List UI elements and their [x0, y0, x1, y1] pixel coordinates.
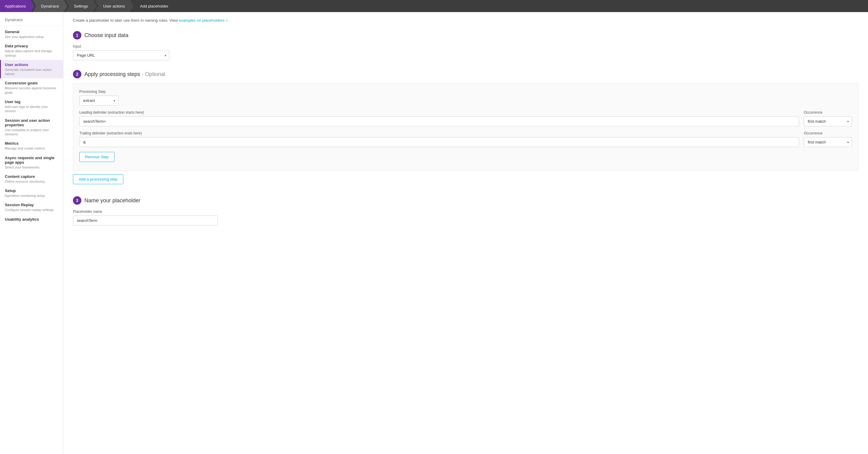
sidebar-item-data-privacy-title: Data privacy — [5, 44, 58, 48]
input-select[interactable]: Page URL Page Title Query Parameter CSS … — [73, 50, 169, 60]
sidebar-item-session-replay[interactable]: Session Replay Configure session replay … — [0, 200, 63, 214]
step2-optional: - Optional — [142, 71, 165, 77]
step2-header: 2 Apply processing steps - Optional — [73, 70, 858, 79]
leading-occurrence-select[interactable]: first match last match — [804, 116, 852, 126]
sidebar-item-user-tag-title: User tag — [5, 99, 58, 104]
top-navigation: Applications Dynatrace Settings User act… — [0, 0, 868, 12]
trailing-delimiter-field: Trailing delimiter (extraction ends here… — [79, 131, 799, 147]
sidebar-item-session-properties-title: Session and user action properties — [5, 118, 58, 127]
processing-step-select-wrapper: extract replace trim substring lowercase… — [79, 96, 119, 105]
nav-dynatrace-label: Dynatrace — [41, 4, 59, 8]
sidebar-item-conversion-goals-desc: Measure success against business goals — [5, 86, 58, 95]
external-link-icon: ➚ — [225, 19, 228, 22]
leading-occurrence-select-wrapper: first match last match ▾ — [804, 116, 852, 126]
leading-delimiter-field: Leading delimiter (extraction starts her… — [79, 110, 799, 126]
sidebar-item-data-privacy-desc: Adjust data-capture and storage settings — [5, 49, 58, 58]
step1-title: Choose input data — [84, 32, 128, 38]
step2-section: 2 Apply processing steps - Optional Proc… — [73, 70, 858, 187]
trailing-occurrence-select-wrapper: first match last match ▾ — [804, 137, 852, 147]
input-form-group: Input Page URL Page Title Query Paramete… — [73, 44, 858, 60]
sidebar-item-usability-analytics[interactable]: Usability analytics — [0, 215, 63, 224]
step3-number: 3 — [73, 196, 82, 205]
sidebar-item-user-actions-desc: Generate consistent user action names — [5, 67, 58, 76]
sidebar-item-metrics-title: Metrics — [5, 141, 58, 146]
processing-step-select[interactable]: extract replace trim substring lowercase… — [79, 96, 119, 105]
sidebar-item-user-actions-title: User actions — [5, 62, 58, 67]
add-processing-step-button[interactable]: Add a processing step — [73, 174, 123, 184]
sidebar-item-metrics[interactable]: Metrics Manage and create metrics — [0, 139, 63, 153]
nav-user-actions[interactable]: User actions — [95, 0, 133, 12]
nav-add-placeholder-label: Add placeholder — [140, 4, 168, 8]
leading-delimiter-label: Leading delimiter (extraction starts her… — [79, 110, 799, 115]
examples-link[interactable]: examples on placeholders ➚ — [179, 18, 229, 23]
sidebar-item-content-capture-title: Content capture — [5, 174, 58, 179]
main-content: Create a placeholder to later use them i… — [63, 12, 868, 454]
sidebar-item-conversion-goals[interactable]: Conversion goals Measure success against… — [0, 79, 63, 97]
nav-dynatrace[interactable]: Dynatrace — [33, 0, 67, 12]
nav-settings-label: Settings — [74, 4, 88, 8]
step3-header: 3 Name your placeholder — [73, 196, 858, 205]
processing-step-form-group: Processing Step extract replace trim sub… — [79, 90, 852, 105]
nav-settings[interactable]: Settings — [65, 0, 96, 12]
trailing-occurrence-field: Occurrence first match last match ▾ — [804, 131, 852, 147]
sidebar-item-usability-analytics-title: Usability analytics — [5, 217, 58, 221]
sidebar-item-metrics-desc: Manage and create metrics — [5, 146, 58, 150]
sidebar-item-setup-desc: Agentless monitoring setup — [5, 193, 58, 198]
input-select-wrapper: Page URL Page Title Query Parameter CSS … — [73, 50, 169, 60]
trailing-delimiter-input[interactable] — [79, 137, 799, 147]
sidebar-item-async-requests[interactable]: Async requests and single page apps Sele… — [0, 153, 63, 172]
step2-number: 2 — [73, 70, 82, 79]
sidebar-item-general-title: General — [5, 30, 58, 34]
processing-step-label: Processing Step — [79, 90, 852, 94]
sidebar-item-user-actions[interactable]: User actions Generate consistent user ac… — [0, 60, 63, 79]
input-label: Input — [73, 44, 858, 49]
sidebar-item-content-capture[interactable]: Content capture Define resource monitori… — [0, 172, 63, 186]
nav-add-placeholder[interactable]: Add placeholder — [132, 0, 177, 12]
leading-occurrence-label: Occurrence — [804, 110, 852, 115]
sidebar-item-async-requests-desc: Select your frameworks — [5, 165, 58, 170]
sidebar-item-content-capture-desc: Define resource monitoring — [5, 179, 58, 184]
step1-header: 1 Choose input data — [73, 31, 858, 39]
trailing-occurrence-select[interactable]: first match last match — [804, 137, 852, 147]
sidebar-item-data-privacy[interactable]: Data privacy Adjust data-capture and sto… — [0, 41, 63, 60]
sidebar-item-general-desc: See your application setup — [5, 35, 58, 39]
placeholder-name-label: Placeholder name — [73, 210, 858, 214]
sidebar-item-user-tag[interactable]: User tag Add user tags to identify your … — [0, 97, 63, 116]
step1-section: 1 Choose input data Input Page URL Page … — [73, 31, 858, 60]
processing-step-box: Processing Step extract replace trim sub… — [73, 83, 858, 171]
sidebar-item-conversion-goals-title: Conversion goals — [5, 81, 58, 85]
step3-section: 3 Name your placeholder Placeholder name — [73, 196, 858, 225]
sidebar-item-session-replay-title: Session Replay — [5, 203, 58, 207]
sidebar-item-session-properties-desc: Use metadata to analyze user sessions — [5, 128, 58, 137]
placeholder-name-form-group: Placeholder name — [73, 210, 858, 225]
leading-occurrence-field: Occurrence first match last match ▾ — [804, 110, 852, 126]
remove-step-button[interactable]: Remove Step — [79, 152, 115, 162]
sidebar: Dynatrace General See your application s… — [0, 12, 63, 454]
nav-applications-label: Applications — [5, 4, 26, 8]
sidebar-item-async-requests-title: Async requests and single page apps — [5, 156, 58, 164]
sidebar-item-setup-title: Setup — [5, 188, 58, 193]
nav-applications[interactable]: Applications — [0, 0, 34, 12]
sidebar-item-user-tag-desc: Add user tags to identify your session — [5, 104, 58, 113]
sidebar-item-session-properties[interactable]: Session and user action properties Use m… — [0, 116, 63, 139]
step1-number: 1 — [73, 31, 82, 39]
trailing-delimiter-label: Trailing delimiter (extraction ends here… — [79, 131, 799, 135]
step3-title: Name your placeholder — [84, 198, 141, 204]
placeholder-name-input[interactable] — [73, 216, 218, 225]
nav-user-actions-label: User actions — [103, 4, 125, 8]
leading-delimiter-input[interactable] — [79, 116, 799, 126]
sidebar-item-session-replay-desc: Configure session replay settings — [5, 208, 58, 212]
step2-title: Apply processing steps - Optional — [84, 71, 165, 78]
trailing-delimiter-row: Trailing delimiter (extraction ends here… — [79, 131, 852, 147]
sidebar-item-general[interactable]: General See your application setup — [0, 27, 63, 41]
trailing-occurrence-label: Occurrence — [804, 131, 852, 135]
intro-text: Create a placeholder to later use them i… — [73, 18, 858, 23]
sidebar-logo: Dynatrace — [0, 14, 63, 26]
leading-delimiter-row: Leading delimiter (extraction starts her… — [79, 110, 852, 126]
sidebar-item-setup[interactable]: Setup Agentless monitoring setup — [0, 186, 63, 200]
